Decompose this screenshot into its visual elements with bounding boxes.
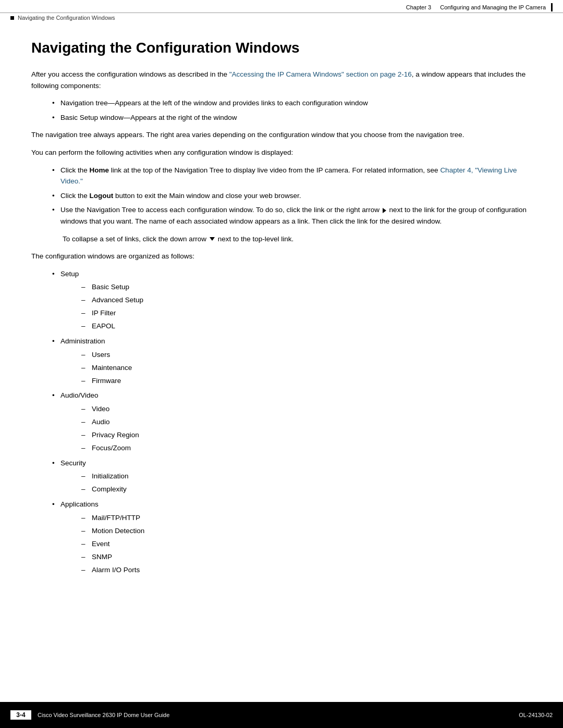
page-number: 3-4	[10, 710, 31, 720]
intro-bullets: Navigation tree—Appears at the left of t…	[52, 97, 532, 123]
footer-doc-title: Cisco Video Surveillance 2630 IP Dome Us…	[38, 712, 169, 718]
header-chapter: Chapter 3 Configuring and Managing the I…	[406, 3, 553, 11]
admin-label: Administration	[60, 337, 105, 345]
list-item: Administration Users Maintenance Firmwar…	[52, 336, 532, 387]
indented-text-after: next to the top-level link.	[218, 235, 294, 243]
setup-label: Setup	[60, 270, 79, 278]
list-item: Privacy Region	[81, 429, 532, 441]
security-label: Security	[60, 459, 86, 467]
list-item: Click the Logout button to exit the Main…	[52, 190, 532, 202]
list-item: Advanced Setup	[81, 294, 532, 306]
list-item: Navigation tree—Appears at the left of t…	[52, 97, 532, 109]
list-item: Setup Basic Setup Advanced Setup IP Filt…	[52, 268, 532, 332]
list-item: Security Initialization Complexity	[52, 458, 532, 496]
list-item: Basic Setup	[81, 281, 532, 293]
list-item: Applications Mail/FTP/HTTP Motion Detect…	[52, 499, 532, 576]
page-footer: 3-4 Cisco Video Surveillance 2630 IP Dom…	[0, 702, 563, 728]
list-item: Maintenance	[81, 362, 532, 374]
list-item: Audio	[81, 416, 532, 428]
admin-sub-list: Users Maintenance Firmware	[81, 349, 532, 387]
footer-doc-code: OL-24130-02	[519, 712, 553, 718]
bullet2-pre: Click the	[60, 192, 90, 200]
list-item: EAPOL	[81, 320, 532, 332]
security-sub-list: Initialization Complexity	[81, 471, 532, 496]
bullet1-mid: link at the top of the Navigation Tree t…	[109, 166, 440, 174]
intro-link[interactable]: "Accessing the IP Camera Windows" sectio…	[229, 70, 412, 78]
list-item: Event	[81, 538, 532, 550]
bullet1-pre: Click the	[60, 166, 90, 174]
para3: You can perform the following activities…	[31, 147, 532, 158]
config-list: Setup Basic Setup Advanced Setup IP Filt…	[52, 268, 532, 576]
breadcrumb-icon	[10, 16, 14, 20]
audiovideo-label: Audio/Video	[60, 391, 99, 399]
bullet2-mid: button to exit the Main window and close…	[113, 192, 301, 200]
list-item: Users	[81, 349, 532, 361]
bullet1-bold: Home	[90, 166, 109, 174]
list-item: SNMP	[81, 551, 532, 563]
list-item: Alarm I/O Ports	[81, 564, 532, 576]
list-item: Video	[81, 403, 532, 415]
list-item: Basic Setup window—Appears at the right …	[52, 112, 532, 124]
list-item: IP Filter	[81, 307, 532, 319]
breadcrumb-text: Navigating the Configuration Windows	[18, 15, 115, 21]
chapter-label: Chapter 3	[406, 4, 431, 10]
audiovideo-sub-list: Video Audio Privacy Region Focus/Zoom	[81, 403, 532, 454]
list-item: Mail/FTP/HTTP	[81, 512, 532, 524]
bullet3-text: Use the Navigation Tree to access each c…	[60, 206, 380, 214]
header-accent-bar	[551, 3, 553, 11]
indented-para: To collapse a set of links, click the do…	[63, 233, 532, 245]
content-area: Navigating the Configuration Windows Aft…	[0, 24, 563, 624]
config-intro: The configuration windows are organized …	[31, 251, 532, 262]
intro-text-before-link: After you access the configuration windo…	[31, 70, 229, 78]
intro-paragraph: After you access the configuration windo…	[31, 69, 532, 91]
list-item: Motion Detection	[81, 525, 532, 537]
list-item: Audio/Video Video Audio Privacy Region F…	[52, 390, 532, 454]
footer-left: 3-4 Cisco Video Surveillance 2630 IP Dom…	[10, 710, 169, 720]
list-item: Complexity	[81, 484, 532, 496]
applications-label: Applications	[60, 500, 99, 508]
chapter-title: Configuring and Managing the IP Camera	[440, 4, 546, 10]
header-top-row: Chapter 3 Configuring and Managing the I…	[0, 0, 563, 13]
list-item: Focus/Zoom	[81, 442, 532, 454]
page-container: Chapter 3 Configuring and Managing the I…	[0, 0, 563, 728]
list-item: Initialization	[81, 471, 532, 483]
setup-sub-list: Basic Setup Advanced Setup IP Filter EAP…	[81, 281, 532, 332]
page-title: Navigating the Configuration Windows	[31, 40, 532, 56]
para2: The navigation tree always appears. The …	[31, 129, 532, 141]
breadcrumb: Navigating the Configuration Windows	[0, 13, 563, 24]
bullet2-bold: Logout	[90, 192, 114, 200]
applications-sub-list: Mail/FTP/HTTP Motion Detection Event SNM…	[81, 512, 532, 576]
indented-text-before: To collapse a set of links, click the do…	[63, 235, 206, 243]
list-item: Click the Home link at the top of the Na…	[52, 165, 532, 187]
activities-list: Click the Home link at the top of the Na…	[52, 165, 532, 227]
list-item: Use the Navigation Tree to access each c…	[52, 204, 532, 227]
chapter-separator	[433, 4, 438, 10]
list-item: Firmware	[81, 375, 532, 387]
arrow-right-icon	[383, 208, 386, 213]
arrow-down-icon	[210, 237, 215, 241]
